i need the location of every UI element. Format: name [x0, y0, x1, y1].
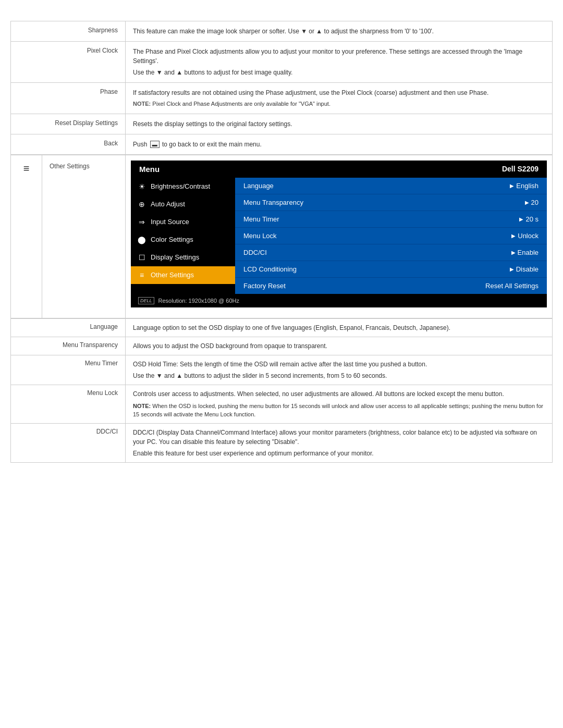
- factory-reset-label: Factory Reset: [243, 282, 485, 290]
- settings-row: Pixel ClockThe Phase and Pixel Clock adj…: [11, 42, 553, 83]
- factory-reset-row: Factory ResetReset All Settings: [235, 278, 547, 294]
- desc-label: Menu Transparency: [11, 337, 126, 355]
- setting-desc: If satisfactory results are not obtained…: [126, 83, 553, 114]
- row-value: Disable: [516, 265, 538, 273]
- osd-monitor-model: Dell S2209: [502, 165, 538, 173]
- osd-right-row: LCD Conditioning▶Disable: [235, 261, 547, 278]
- other-settings-icon: ≡: [23, 163, 30, 174]
- desc-content: Allows you to adjust the OSD background …: [126, 337, 553, 355]
- setting-desc: Resets the display settings to the origi…: [126, 114, 553, 134]
- osd-menu-title: Menu: [139, 165, 160, 174]
- factory-reset-value: Reset All Settings: [485, 282, 538, 290]
- other-settings-label: Other Settings: [50, 163, 90, 170]
- nav-item-label: Auto Adjust: [151, 200, 185, 208]
- row-value: 20: [531, 199, 538, 206]
- row-value: Enable: [518, 249, 538, 256]
- osd-right-row: Menu Transparency▶20: [235, 194, 547, 211]
- row-value: English: [516, 182, 538, 190]
- row-label: Menu Transparency: [243, 199, 525, 206]
- row-arrow-icon: ▶: [510, 266, 514, 272]
- setting-label: Back: [11, 134, 126, 154]
- settings-row: BackPush ▬ to go back to or exit the mai…: [11, 134, 553, 154]
- nav-icon: ⬤: [137, 236, 146, 244]
- desc-content: Language option to set the OSD display t…: [126, 318, 553, 337]
- setting-label: Phase: [11, 83, 126, 114]
- other-settings-section: ≡ Other Settings Menu Dell S2209 ☀Br: [10, 155, 553, 318]
- row-arrow-icon: ▶: [525, 200, 529, 205]
- row-label: LCD Conditioning: [243, 265, 510, 273]
- other-settings-label-cell: Other Settings: [42, 155, 126, 318]
- osd-footer: DELL Resolution: 1920x1080 @ 60Hz: [131, 294, 547, 307]
- osd-left-nav: ☀Brightness/Contrast⊕Auto Adjust⇒Input S…: [131, 178, 235, 294]
- nav-icon: ⇒: [137, 218, 146, 226]
- desc-content: Controls user access to adjustments. Whe…: [126, 385, 553, 423]
- settings-row: PhaseIf satisfactory results are not obt…: [11, 83, 553, 114]
- setting-label: Sharpness: [11, 21, 126, 42]
- osd-nav-item[interactable]: ☐Display Settings: [131, 249, 235, 266]
- nav-item-label: Display Settings: [151, 253, 199, 261]
- osd-menu: Menu Dell S2209 ☀Brightness/Contrast⊕Aut…: [131, 161, 547, 307]
- osd-right-row: Menu Lock▶Unlock: [235, 228, 547, 244]
- other-settings-row: ≡ Other Settings Menu Dell S2209 ☀Br: [11, 155, 553, 318]
- setting-label: Reset Display Settings: [11, 114, 126, 134]
- row-label: Menu Lock: [243, 232, 511, 240]
- osd-nav-item[interactable]: ⇒Input Source: [131, 213, 235, 231]
- description-row: Menu TimerOSD Hold Time: Sets the length…: [11, 355, 553, 385]
- osd-resolution: Resolution: 1920x1080 @ 60Hz: [158, 298, 240, 304]
- osd-body: ☀Brightness/Contrast⊕Auto Adjust⇒Input S…: [131, 178, 547, 294]
- desc-label: Language: [11, 318, 126, 337]
- nav-item-label: Other Settings: [151, 271, 194, 279]
- osd-right-panel: Language▶EnglishMenu Transparency▶20Menu…: [235, 178, 547, 294]
- nav-icon: ☀: [137, 182, 146, 191]
- desc-label: Menu Lock: [11, 385, 126, 423]
- nav-icon: ☐: [137, 253, 146, 262]
- osd-panel-cell: Menu Dell S2209 ☀Brightness/Contrast⊕Aut…: [126, 155, 553, 318]
- nav-item-label: Color Settings: [151, 236, 193, 243]
- setting-desc: Push ▬ to go back to or exit the main me…: [126, 134, 553, 154]
- nav-icon: ⊕: [137, 200, 146, 208]
- osd-right-row: Language▶English: [235, 178, 547, 194]
- note-label: NOTE:: [133, 101, 151, 107]
- nav-icon: ≡: [137, 271, 146, 279]
- row-arrow-icon: ▶: [519, 216, 523, 222]
- row-label: DDC/CI: [243, 249, 511, 256]
- settings-row: SharpnessThis feature can make the image…: [11, 21, 553, 42]
- settings-row: Reset Display SettingsResets the display…: [11, 114, 553, 134]
- description-row: Menu LockControls user access to adjustm…: [11, 385, 553, 423]
- other-settings-icon-cell: ≡: [11, 155, 42, 318]
- row-value: 20 s: [525, 215, 538, 223]
- desc-content: DDC/CI (Display Data Channel/Command Int…: [126, 423, 553, 462]
- desc-label: DDC/CI: [11, 423, 126, 462]
- osd-right-row: Menu Timer▶20 s: [235, 211, 547, 228]
- note-label: NOTE:: [133, 403, 151, 409]
- row-arrow-icon: ▶: [511, 250, 516, 255]
- description-row: Menu TransparencyAllows you to adjust th…: [11, 337, 553, 355]
- row-arrow-icon: ▶: [511, 233, 516, 239]
- osd-nav-item[interactable]: ☀Brightness/Contrast: [131, 178, 235, 195]
- osd-right-row: DDC/CI▶Enable: [235, 244, 547, 261]
- desc-label: Menu Timer: [11, 355, 126, 385]
- description-row: LanguageLanguage option to set the OSD d…: [11, 318, 553, 337]
- row-value: Unlock: [518, 232, 538, 240]
- setting-desc: This feature can make the image look sha…: [126, 21, 553, 42]
- setting-label: Pixel Clock: [11, 42, 126, 83]
- nav-item-label: Brightness/Contrast: [151, 182, 210, 190]
- osd-nav-item[interactable]: ⬤Color Settings: [131, 231, 235, 249]
- row-label: Menu Timer: [243, 215, 519, 223]
- push-icon: ▬: [150, 141, 160, 148]
- osd-nav-item[interactable]: ⊕Auto Adjust: [131, 195, 235, 213]
- desc-section: LanguageLanguage option to set the OSD d…: [10, 318, 553, 463]
- osd-nav-item[interactable]: ≡Other Settings: [131, 266, 235, 284]
- row-label: Language: [243, 182, 510, 190]
- settings-table: SharpnessThis feature can make the image…: [10, 21, 553, 155]
- setting-desc: The Phase and Pixel Clock adjustments al…: [126, 42, 553, 83]
- osd-header: Menu Dell S2209: [131, 161, 547, 178]
- dell-logo: DELL: [138, 297, 154, 304]
- nav-item-label: Input Source: [151, 218, 189, 226]
- description-row: DDC/CIDDC/CI (Display Data Channel/Comma…: [11, 423, 553, 462]
- desc-content: OSD Hold Time: Sets the length of time t…: [126, 355, 553, 385]
- row-arrow-icon: ▶: [510, 183, 514, 189]
